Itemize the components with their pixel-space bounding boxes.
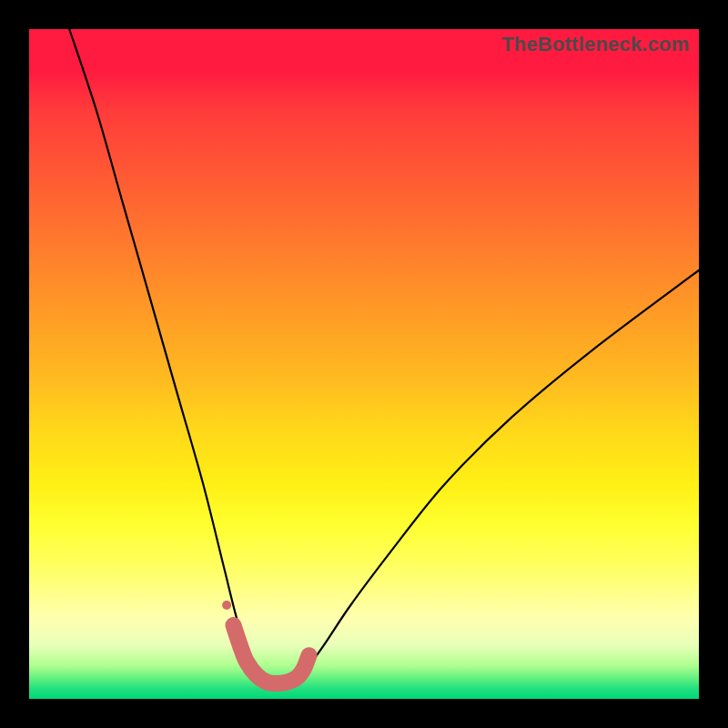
chart-frame: TheBottleneck.com	[0, 0, 728, 728]
chart-plot-area: TheBottleneck.com	[29, 29, 699, 699]
bottleneck-curve-path	[69, 29, 699, 687]
valley-marker-dot	[222, 601, 231, 610]
valley-marker-stroke	[234, 625, 309, 683]
bottleneck-curve-svg	[29, 29, 699, 699]
